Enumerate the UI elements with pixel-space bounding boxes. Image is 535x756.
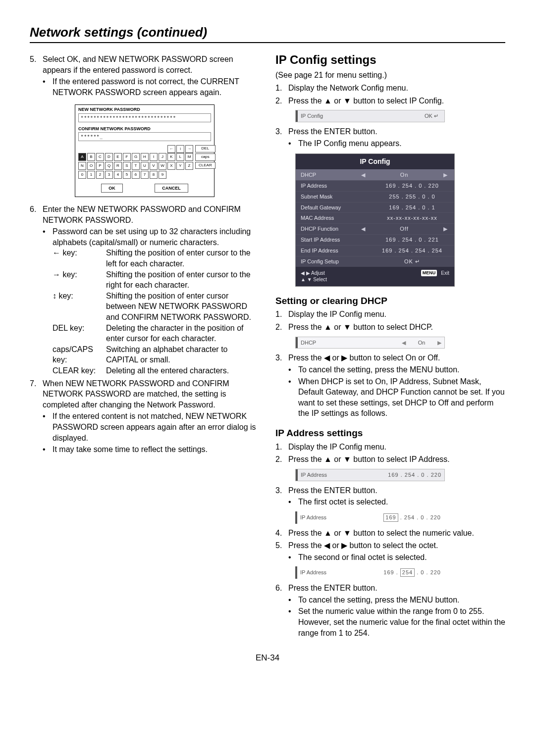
r-s1-text: Display the Network Config menu. bbox=[288, 83, 408, 94]
key-updown-icon[interactable]: ↕ bbox=[176, 145, 184, 153]
right-arrow-icon[interactable]: ▶ bbox=[441, 171, 449, 179]
key[interactable]: D bbox=[105, 153, 113, 161]
key[interactable]: T bbox=[132, 162, 140, 170]
key[interactable]: O bbox=[87, 162, 95, 170]
panel-row[interactable]: Subnet Mask255 . 255 . 0 . 0 bbox=[296, 191, 454, 202]
bullet-icon: • bbox=[288, 376, 298, 419]
panel-row-name: DHCP Function bbox=[301, 225, 359, 233]
key[interactable]: R bbox=[114, 162, 122, 170]
i5-text: Press the ◀ or ▶ button to select the oc… bbox=[288, 540, 438, 551]
key[interactable]: 3 bbox=[105, 171, 113, 179]
menu-row-val: OK ↵ bbox=[419, 110, 444, 122]
panel-row-name: MAC Address bbox=[301, 214, 375, 222]
key-right-icon[interactable]: → bbox=[185, 145, 193, 153]
key[interactable]: J bbox=[159, 153, 166, 161]
panel-row[interactable]: Default Gateway169 . 254 . 0 . 1 bbox=[296, 202, 454, 213]
panel-row[interactable]: End IP Address169 . 254 . 254 . 254 bbox=[296, 245, 454, 256]
menu-row-val: On bbox=[409, 337, 434, 349]
key[interactable]: W bbox=[159, 162, 166, 170]
key[interactable]: A bbox=[78, 153, 86, 161]
menu-row-dhcp[interactable]: DHCP ◀ On ▶ bbox=[295, 337, 445, 349]
key[interactable]: K bbox=[167, 153, 175, 161]
menu-row-ip1[interactable]: IP Address 169 . 254 . 0 . 220 bbox=[295, 469, 445, 481]
menu-row-ipconfig[interactable]: IP Config OK ↵ bbox=[295, 110, 445, 122]
key[interactable]: N bbox=[78, 162, 86, 170]
panel-row-val: 169 . 254 . 0 . 1 bbox=[375, 204, 449, 211]
key[interactable]: B bbox=[87, 153, 95, 161]
d3-num: 3. bbox=[275, 353, 288, 363]
del-button[interactable]: DEL bbox=[195, 145, 215, 152]
key[interactable]: 8 bbox=[150, 171, 158, 179]
key[interactable]: P bbox=[96, 162, 104, 170]
d3-text: Press the ◀ or ▶ button to select On or … bbox=[288, 353, 440, 363]
panel-row[interactable]: DHCP Function ◀ Off ▶ bbox=[296, 223, 454, 234]
key[interactable]: 0 bbox=[78, 171, 86, 179]
clear-button[interactable]: CLEAR bbox=[195, 162, 215, 169]
key[interactable]: 5 bbox=[123, 171, 131, 179]
key[interactable]: V bbox=[150, 162, 158, 170]
d1-text: Display the IP Config menu. bbox=[288, 309, 386, 320]
panel-row[interactable]: IP Config SetupOK ↵ bbox=[296, 256, 454, 267]
page-number: EN-34 bbox=[30, 653, 505, 663]
r-s2-num: 2. bbox=[275, 96, 288, 106]
key[interactable]: F bbox=[123, 153, 131, 161]
bullet-icon: • bbox=[43, 226, 53, 248]
keylabel: → key: bbox=[53, 269, 106, 291]
d2-text: Press the ▲ or ▼ button to select DHCP. bbox=[288, 322, 433, 333]
menu-row-ip3[interactable]: IP Address 169 . 254 . 0 . 220 bbox=[295, 566, 444, 579]
confirm-pw-field[interactable]: ******_ bbox=[78, 132, 211, 141]
key-left-icon[interactable]: ← bbox=[167, 145, 175, 153]
octet-rest: . 254 . 0 . 220 bbox=[400, 514, 441, 520]
key[interactable]: 2 bbox=[96, 171, 104, 179]
menu-row-name: IP Address bbox=[300, 512, 380, 523]
keydesc: Deleting the character in the position o… bbox=[106, 323, 260, 344]
key[interactable]: Q bbox=[105, 162, 113, 170]
panel-row-val: OK ↵ bbox=[375, 258, 449, 265]
left-arrow-icon[interactable]: ◀ bbox=[399, 339, 409, 347]
key[interactable]: 7 bbox=[141, 171, 149, 179]
onscreen-keyboard[interactable]: ← ↕ → A B C D E F G H bbox=[78, 145, 193, 180]
key[interactable]: 6 bbox=[132, 171, 140, 179]
key[interactable]: Z bbox=[185, 162, 193, 170]
key[interactable]: S bbox=[123, 162, 131, 170]
key[interactable]: E bbox=[114, 153, 122, 161]
i5-num: 5. bbox=[275, 540, 288, 551]
right-arrow-icon[interactable]: ▶ bbox=[441, 225, 449, 233]
key[interactable]: 9 bbox=[159, 171, 166, 179]
octet-box[interactable]: 169 bbox=[383, 513, 398, 522]
key[interactable]: M bbox=[185, 153, 193, 161]
key[interactable]: G bbox=[132, 153, 140, 161]
key[interactable]: C bbox=[96, 153, 104, 161]
right-arrow-icon[interactable]: ▶ bbox=[434, 339, 444, 347]
key[interactable]: 1 bbox=[87, 171, 95, 179]
new-pw-field[interactable]: ****************************** bbox=[78, 113, 211, 122]
password-dialog: NEW NETWORK PASSWORD *******************… bbox=[75, 104, 214, 197]
panel-row[interactable]: Start IP Address169 . 254 . 0 . 221 bbox=[296, 234, 454, 245]
key[interactable]: 4 bbox=[114, 171, 122, 179]
keylabel: ← key: bbox=[53, 248, 106, 269]
ok-button[interactable]: OK bbox=[101, 184, 123, 193]
panel-row-name: End IP Address bbox=[301, 247, 375, 254]
cancel-button[interactable]: CANCEL bbox=[155, 184, 188, 193]
step6-bullet: Password can be set using up to 32 chara… bbox=[53, 226, 260, 248]
caps-button[interactable]: caps bbox=[195, 153, 215, 161]
panel-row[interactable]: IP Address169 . 254 . 0 . 220 bbox=[296, 180, 454, 191]
left-arrow-icon[interactable]: ◀ bbox=[359, 171, 367, 179]
octet-box[interactable]: 254 bbox=[400, 568, 415, 577]
panel-row-dhcp[interactable]: DHCP ◀ On ▶ bbox=[296, 169, 454, 180]
key[interactable]: Y bbox=[176, 162, 184, 170]
ipconfig-heading: IP Config settings bbox=[275, 52, 505, 68]
key[interactable]: X bbox=[167, 162, 175, 170]
key[interactable]: I bbox=[150, 153, 158, 161]
panel-row-val: 169 . 254 . 0 . 220 bbox=[375, 182, 449, 190]
key[interactable]: L bbox=[176, 153, 184, 161]
menu-row-ip2[interactable]: IP Address 169 . 254 . 0 . 220 bbox=[295, 511, 444, 524]
key[interactable]: U bbox=[141, 162, 149, 170]
menu-button[interactable]: MENU bbox=[421, 270, 437, 276]
i5-bullet: The second or final octet is selected. bbox=[298, 552, 505, 563]
key[interactable]: H bbox=[141, 153, 149, 161]
bullet-icon: • bbox=[43, 76, 53, 98]
d3-b2: When DHCP is set to On, IP Address, Subn… bbox=[298, 376, 505, 419]
panel-row[interactable]: MAC Addressxx-xx-xx-xx-xx-xx bbox=[296, 212, 454, 223]
left-arrow-icon[interactable]: ◀ bbox=[359, 225, 367, 233]
